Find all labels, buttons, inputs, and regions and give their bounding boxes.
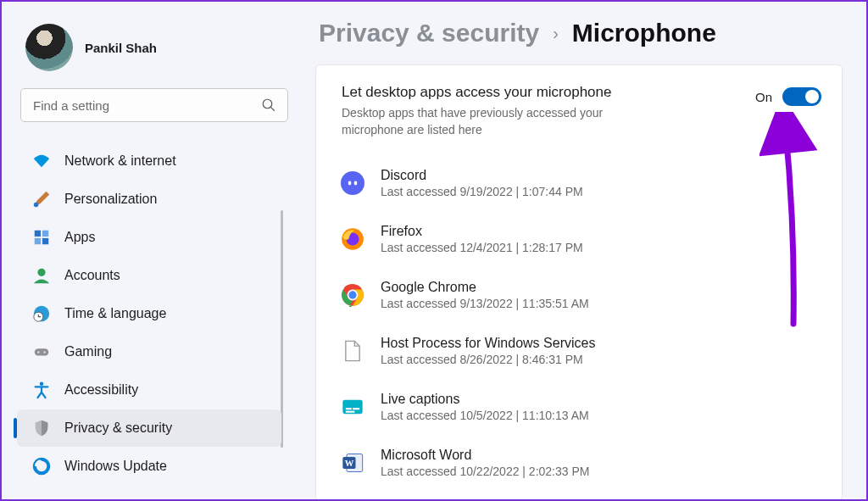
nav-item-network[interactable]: Network & internet [17, 142, 281, 180]
nav-item-time-language[interactable]: Time & language [17, 295, 281, 332]
paintbrush-icon [32, 190, 51, 209]
svg-point-17 [354, 181, 358, 185]
word-icon: W [340, 450, 365, 476]
app-row-chrome[interactable]: Google ChromeLast accessed 9/13/2022 | 1… [340, 268, 823, 324]
svg-point-16 [348, 181, 352, 185]
app-name: Google Chrome [381, 280, 589, 295]
nav: Network & internet Personalization Apps … [14, 142, 295, 485]
nav-item-personalization[interactable]: Personalization [17, 181, 281, 218]
gamepad-icon [32, 342, 51, 361]
app-name: Host Process for Windows Services [381, 336, 595, 351]
svg-point-12 [43, 351, 46, 353]
nav-label: Network & internet [64, 153, 176, 169]
shield-icon [32, 419, 51, 437]
app-row-word[interactable]: W Microsoft WordLast accessed 10/22/2022… [340, 436, 823, 492]
app-subtitle: Last accessed 9/19/2022 | 1:07:44 PM [381, 185, 583, 198]
app-list: DiscordLast accessed 9/19/2022 | 1:07:44… [335, 151, 823, 492]
toggle-label: On [755, 90, 772, 104]
sidebar: Pankil Shah Network & internet Personali… [2, 2, 305, 499]
nav-item-privacy-security[interactable]: Privacy & security [17, 409, 281, 447]
app-row-host-process[interactable]: Host Process for Windows ServicesLast ac… [340, 324, 823, 380]
search-icon [261, 97, 276, 113]
nav-label: Windows Update [64, 459, 167, 474]
setting-subtitle: Desktop apps that have previously access… [342, 104, 647, 139]
app-subtitle: Last accessed 10/5/2022 | 11:10:13 AM [381, 409, 589, 422]
update-icon [32, 457, 51, 476]
app-name: Live captions [381, 392, 589, 407]
discord-icon [340, 170, 365, 196]
wifi-icon [32, 152, 51, 170]
globe-clock-icon [32, 304, 51, 323]
breadcrumb: Privacy & security › Microphone [315, 19, 843, 47]
nav-label: Gaming [64, 344, 112, 359]
profile[interactable]: Pankil Shah [14, 15, 295, 85]
app-row-discord[interactable]: DiscordLast accessed 9/19/2022 | 1:07:44… [340, 156, 823, 212]
app-subtitle: Last accessed 9/13/2022 | 11:35:51 AM [381, 297, 589, 310]
breadcrumb-parent[interactable]: Privacy & security [319, 19, 539, 47]
file-icon [340, 338, 365, 364]
svg-point-2 [34, 203, 39, 208]
avatar [25, 24, 73, 71]
content: Privacy & security › Microphone Let desk… [305, 2, 866, 499]
svg-rect-4 [42, 231, 48, 237]
nav-item-gaming[interactable]: Gaming [17, 333, 281, 370]
svg-point-22 [348, 291, 356, 298]
nav-item-apps[interactable]: Apps [17, 219, 281, 256]
svg-rect-10 [35, 348, 49, 355]
app-name: Microsoft Word [381, 448, 589, 463]
app-name: Discord [381, 168, 583, 183]
app-subtitle: Last accessed 12/4/2021 | 1:28:17 PM [381, 241, 583, 254]
svg-rect-6 [42, 238, 48, 244]
accessibility-icon [32, 381, 51, 399]
app-row-live-captions[interactable]: Live captionsLast accessed 10/5/2022 | 1… [340, 380, 823, 436]
svg-line-1 [271, 108, 275, 111]
svg-rect-25 [353, 408, 359, 409]
svg-point-0 [263, 99, 272, 109]
nav-item-accounts[interactable]: Accounts [17, 257, 281, 294]
firefox-icon [340, 226, 365, 252]
toggle-wrap: On [755, 84, 821, 106]
desktop-apps-mic-toggle[interactable] [782, 87, 821, 106]
app-subtitle: Last accessed 8/26/2022 | 8:46:31 PM [381, 353, 595, 366]
nav-label: Time & language [64, 306, 166, 321]
svg-point-7 [37, 269, 45, 276]
app-name: Firefox [381, 224, 583, 239]
svg-rect-5 [35, 238, 41, 244]
nav-label: Personalization [64, 192, 157, 207]
person-icon [32, 266, 51, 285]
app-subtitle: Last accessed 10/22/2022 | 2:02:33 PM [381, 465, 589, 478]
svg-rect-3 [35, 231, 41, 237]
nav-label: Apps [64, 230, 95, 245]
setting-title: Let desktop apps access your microphone [342, 84, 738, 101]
page-title: Microphone [572, 19, 716, 47]
captions-icon [340, 394, 365, 420]
svg-point-11 [37, 351, 40, 353]
nav-label: Accessibility [64, 382, 138, 398]
svg-rect-26 [346, 410, 355, 412]
chevron-right-icon: › [553, 24, 559, 43]
app-row-firefox[interactable]: FirefoxLast accessed 12/4/2021 | 1:28:17… [340, 212, 823, 268]
user-name: Pankil Shah [85, 41, 157, 55]
nav-item-windows-update[interactable]: Windows Update [17, 448, 281, 485]
nav-label: Privacy & security [64, 420, 172, 436]
svg-text:W: W [345, 459, 354, 468]
svg-point-13 [40, 381, 44, 386]
settings-panel: Let desktop apps access your microphone … [315, 64, 843, 501]
nav-item-accessibility[interactable]: Accessibility [17, 371, 281, 409]
search-container [20, 88, 288, 122]
nav-label: Accounts [64, 268, 120, 283]
search-input[interactable] [20, 88, 288, 122]
apps-icon [32, 228, 51, 247]
svg-point-15 [341, 171, 364, 195]
setting-header: Let desktop apps access your microphone … [335, 81, 823, 151]
chrome-icon [340, 282, 365, 308]
svg-rect-24 [346, 408, 352, 409]
